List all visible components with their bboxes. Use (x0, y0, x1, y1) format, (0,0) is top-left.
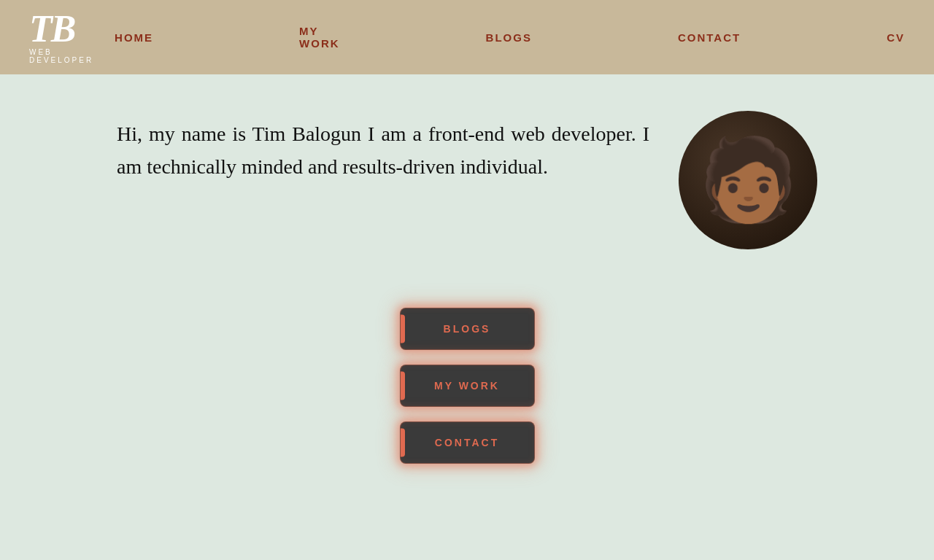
contact-button[interactable]: CONTACT (400, 421, 535, 464)
navbar: TB WEB DEVELOPER HOME MY WORK BLOGS CONT… (0, 0, 934, 74)
buttons-section: BLOGS MY WORK CONTACT (117, 308, 817, 464)
avatar-emoji: 🧑🏾 (698, 140, 798, 220)
my-work-button[interactable]: MY WORK (400, 365, 535, 407)
nav-cv[interactable]: CV (887, 31, 905, 44)
main-content: Hi, my name is Tim Balogun I am a front-… (0, 74, 934, 560)
logo-subtitle: WEB DEVELOPER (29, 48, 115, 64)
avatar: 🧑🏾 (679, 111, 817, 249)
nav-links: HOME MY WORK BLOGS CONTACT CV (115, 25, 905, 50)
my-work-button-label: MY WORK (434, 380, 500, 392)
intro-text: Hi, my name is Tim Balogun I am a front-… (117, 118, 649, 184)
logo[interactable]: TB WEB DEVELOPER (29, 10, 115, 64)
nav-home[interactable]: HOME (115, 31, 153, 44)
nav-contact[interactable]: CONTACT (678, 31, 741, 44)
blogs-button[interactable]: BLOGS (400, 308, 535, 350)
nav-my-work[interactable]: MY WORK (299, 25, 340, 50)
logo-tb: TB (29, 10, 74, 48)
contact-button-label: CONTACT (435, 437, 499, 448)
blogs-button-label: BLOGS (444, 323, 491, 335)
intro-section: Hi, my name is Tim Balogun I am a front-… (117, 118, 817, 249)
nav-blogs[interactable]: BLOGS (486, 31, 532, 44)
